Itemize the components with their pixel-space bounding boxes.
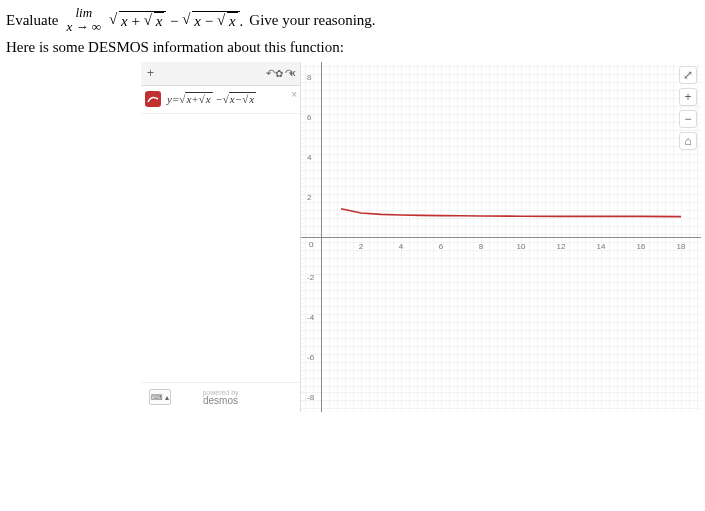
desmos-intro: Here is some DESMOS information about th…	[6, 39, 699, 56]
y-tick-label: 2	[307, 192, 311, 201]
y-tick-label: 4	[307, 152, 311, 161]
expression-color-toggle[interactable]	[145, 91, 161, 107]
keyboard-button[interactable]: ⌨ ▴	[149, 389, 171, 405]
x-tick-label: 8	[479, 242, 483, 251]
give-reasoning: Give your reasoning.	[249, 12, 375, 29]
y-tick-label: -8	[307, 392, 314, 401]
x-tick-label: 4	[399, 242, 403, 251]
limit-notation: lim x → ∞	[66, 6, 101, 35]
x-tick-label: 14	[597, 242, 606, 251]
x-tick-label: 6	[439, 242, 443, 251]
gear-icon[interactable]: ✿	[275, 68, 283, 79]
function-curve	[321, 62, 701, 412]
y-tick-label: -6	[307, 352, 314, 361]
close-icon[interactable]: ×	[291, 89, 297, 100]
y-tick-label: 6	[307, 112, 311, 121]
graph-canvas[interactable]: 0 ⤢ + − ⌂ 246810121416188642-2-4-6-8	[301, 62, 701, 412]
home-button[interactable]: ⌂	[679, 132, 697, 150]
evaluate-label: Evaluate	[6, 12, 58, 29]
x-tick-label: 12	[557, 242, 566, 251]
sidebar-footer: ⌨ ▴ powered by desmos	[141, 382, 300, 412]
expression-formula: y=√x+√x −√x−√x	[167, 93, 256, 105]
y-tick-label: -4	[307, 312, 314, 321]
x-tick-label: 18	[677, 242, 686, 251]
expression-row-1[interactable]: y=√x+√x −√x−√x ×	[141, 86, 300, 114]
sidebar-toolbar: + ↶ ↷ ✿ «	[141, 62, 300, 86]
collapse-icon[interactable]: «	[289, 66, 296, 80]
undo-button[interactable]: ↶	[266, 67, 275, 80]
desmos-sidebar: + ↶ ↷ ✿ « y=√x+√x −√x−√x × ⌨ ▴ powered b…	[141, 62, 301, 412]
zoom-tool-button[interactable]: ⤢	[679, 66, 697, 84]
graph-controls: ⤢ + − ⌂	[679, 66, 697, 150]
y-tick-label: 8	[307, 72, 311, 81]
x-tick-label: 16	[637, 242, 646, 251]
limit-expression: x + x − x − x.	[109, 11, 243, 30]
zoom-out-button[interactable]: −	[679, 110, 697, 128]
problem-statement: Evaluate lim x → ∞ x + x − x − x. Give y…	[6, 6, 699, 35]
add-expression-button[interactable]: +	[147, 66, 154, 80]
y-tick-label: -2	[307, 272, 314, 281]
origin-label: 0	[309, 240, 313, 249]
powered-by: powered by desmos	[202, 389, 238, 406]
zoom-in-button[interactable]: +	[679, 88, 697, 106]
x-tick-label: 10	[517, 242, 526, 251]
x-tick-label: 2	[359, 242, 363, 251]
desmos-screenshot: + ↶ ↷ ✿ « y=√x+√x −√x−√x × ⌨ ▴ powered b…	[141, 62, 701, 412]
